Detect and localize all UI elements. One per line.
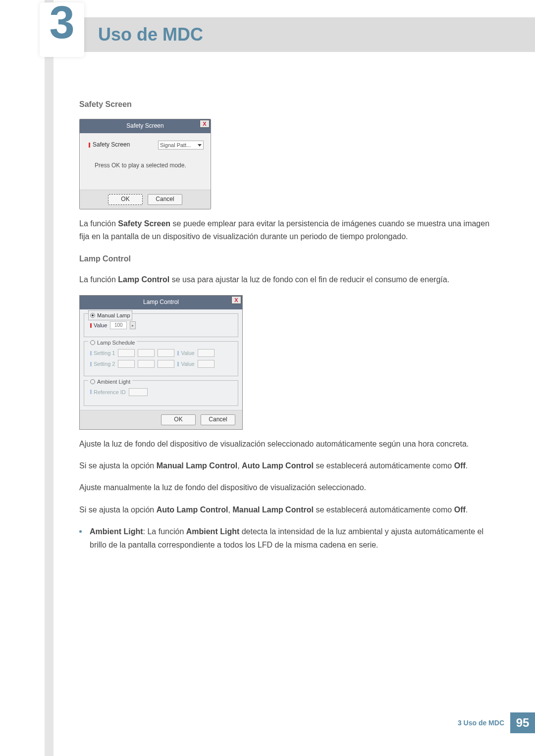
radio-icon — [90, 340, 95, 345]
cancel-button[interactable]: Cancel — [148, 194, 182, 205]
value-label: Value — [90, 321, 107, 330]
radio-icon — [90, 379, 95, 384]
left-stripe — [45, 0, 54, 756]
cancel-button[interactable]: Cancel — [201, 414, 235, 425]
reference-id-label: Reference ID — [90, 388, 126, 397]
lamp-p4: Si se ajusta la opción Auto Lamp Control… — [79, 504, 490, 516]
chapter-number: 3 — [49, 0, 74, 45]
spinner-input[interactable] — [118, 360, 135, 368]
chapter-header: Uso de MDC — [54, 17, 535, 52]
lamp-p2: Si se ajusta la opción Manual Lamp Contr… — [79, 459, 490, 472]
ok-button[interactable]: OK — [161, 414, 196, 425]
safety-screen-dropdown[interactable]: Signal Patt... — [158, 141, 204, 150]
page-number: 95 — [510, 712, 535, 733]
setting1-label: Setting 1 — [90, 349, 115, 357]
chevron-down-icon — [198, 144, 202, 147]
radio-icon — [90, 313, 95, 318]
ambient-light-radio[interactable]: Ambient Light — [88, 377, 132, 386]
spinner-input[interactable] — [158, 360, 174, 368]
lamp-control-intro: La función Lamp Control se usa para ajus… — [79, 273, 490, 286]
lamp-p3: Ajuste manualmente la luz de fondo del d… — [79, 481, 490, 494]
page-footer: 3 Uso de MDC 95 — [458, 712, 535, 733]
close-icon[interactable]: X — [200, 120, 210, 128]
close-icon[interactable]: X — [231, 296, 241, 304]
spinner-input[interactable] — [158, 349, 174, 357]
value-input[interactable]: 100 — [110, 321, 127, 329]
spinner-input[interactable] — [138, 349, 155, 357]
footer-text: 3 Uso de MDC — [458, 719, 504, 727]
lamp-p1: Ajuste la luz de fondo del dispositivo d… — [79, 438, 490, 451]
safety-screen-label: Safety Screen — [89, 140, 130, 150]
dialog-title: Safety Screen — [84, 121, 207, 131]
dialog-title: Lamp Control — [84, 298, 238, 307]
subhead-safety-screen: Safety Screen — [79, 98, 490, 111]
chapter-badge: 3 — [40, 2, 84, 57]
spinner-input[interactable] — [198, 349, 214, 357]
subhead-lamp-control: Lamp Control — [79, 252, 490, 265]
slider-button[interactable]: ▸ — [130, 321, 136, 329]
reference-id-dropdown[interactable] — [129, 388, 148, 396]
safety-screen-dialog: Safety Screen X Safety Screen Signal Pat… — [79, 119, 211, 209]
spinner-input[interactable] — [118, 349, 135, 357]
dialog-message: Press OK to play a selected mode. — [89, 161, 204, 171]
lamp-schedule-radio[interactable]: Lamp Schedule — [88, 338, 137, 347]
setting2-label: Setting 2 — [90, 359, 115, 368]
safety-screen-para: La función Safety Screen se puede emplea… — [79, 217, 490, 244]
ok-button[interactable]: OK — [108, 194, 143, 205]
spinner-input[interactable] — [138, 360, 155, 368]
bullet-ambient-light: Ambient Light: La función Ambient Light … — [79, 525, 490, 552]
chapter-title: Uso de MDC — [98, 24, 203, 45]
bullet-icon — [79, 530, 82, 533]
lamp-control-dialog: Lamp Control X Manual Lamp Value 100 ▸ L… — [79, 295, 243, 429]
spinner-input[interactable] — [198, 360, 214, 368]
manual-lamp-radio[interactable]: Manual Lamp — [88, 310, 132, 320]
